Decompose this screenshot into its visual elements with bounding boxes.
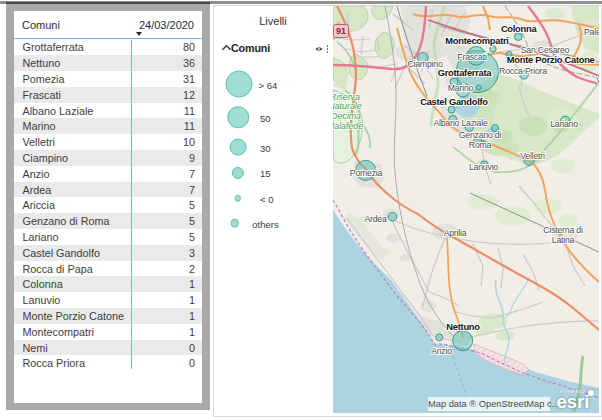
svg-text:Palestrina: Palestrina (584, 27, 599, 37)
svg-text:Naturale: Naturale (333, 101, 362, 111)
svg-text:Genzano di: Genzano di (459, 130, 502, 140)
svg-text:Cisterna di: Cisterna di (543, 225, 583, 235)
svg-text:V: V (596, 75, 599, 85)
svg-text:Castel Gandolfo: Castel Gandolfo (420, 97, 488, 107)
svg-text:Montecompatri: Montecompatri (445, 36, 508, 46)
svg-text:Latina: Latina (552, 235, 575, 245)
svg-text:Lariano: Lariano (550, 119, 578, 129)
svg-text:Ardea: Ardea (364, 214, 387, 224)
svg-text:Frascati: Frascati (457, 52, 487, 62)
svg-text:Marino: Marino (448, 83, 474, 93)
svg-text:Aprilia: Aprilia (444, 228, 467, 238)
svg-text:San Cesareo: San Cesareo (521, 45, 570, 55)
svg-text:Grottaferrata: Grottaferrata (438, 68, 493, 78)
svg-text:Albano Laziale: Albano Laziale (433, 118, 488, 128)
svg-text:Anzio: Anzio (431, 346, 452, 356)
svg-text:Roma: Roma (469, 140, 492, 150)
svg-text:Decima: Decima (333, 111, 361, 121)
svg-text:Malafede: Malafede (333, 121, 363, 131)
svg-text:Monte Porzio Catone: Monte Porzio Catone (507, 55, 595, 65)
svg-text:Rocca Priora: Rocca Priora (499, 66, 547, 76)
svg-text:Lanuvio: Lanuvio (469, 162, 498, 172)
svg-text:Velletri: Velletri (520, 151, 545, 161)
svg-text:91: 91 (336, 26, 346, 36)
svg-text:Pomezia: Pomezia (350, 168, 383, 178)
svg-text:Colonna: Colonna (501, 24, 538, 34)
svg-text:Nettuno: Nettuno (446, 322, 480, 332)
